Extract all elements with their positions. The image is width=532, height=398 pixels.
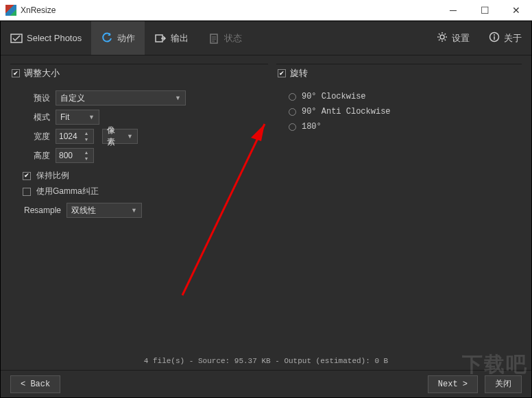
rotate-header-label: 旋转 [290,67,308,79]
keep-ratio-checkbox[interactable] [23,172,31,180]
next-button[interactable]: Next > [428,375,478,393]
radio-icon [289,93,296,101]
app-body: Select Photos 动作 输出 状态 设置 [0,21,532,398]
preset-select[interactable]: 自定义 ▼ [56,90,186,105]
rotate-panel: 旋转 90° Clockwise 90° Anti Clockwise 180° [276,64,522,344]
chevron-down-icon: ▼ [88,114,95,121]
width-value: 1024 [59,132,77,141]
close-window-button[interactable]: ✕ [500,0,532,21]
chevron-down-icon: ▼ [131,207,137,214]
height-row: 高度 800 ▲▼ [23,148,268,163]
resample-select[interactable]: 双线性 ▼ [66,203,142,218]
app-icon [5,5,16,16]
refresh-icon [101,32,113,45]
resize-checkbox[interactable] [12,69,20,77]
tab-actions[interactable]: 动作 [91,21,145,55]
svg-line-11 [439,34,440,35]
close-label: 关闭 [495,378,511,390]
tab-status[interactable]: 状态 [198,21,252,55]
status-text: 4 file(s) - Source: 95.37 KB - Output (e… [144,357,388,365]
export-icon [154,32,167,45]
resample-label: Resample [23,206,61,215]
gamma-checkbox[interactable] [23,188,31,196]
tab-bar: Select Photos 动作 输出 状态 设置 [1,21,531,55]
rotate-option-180[interactable]: 180° [289,122,522,132]
svg-point-16 [494,34,495,36]
resample-row: Resample 双线性 ▼ [23,203,268,218]
keep-ratio-label: 保持比例 [36,170,69,182]
tab-label: 输出 [171,32,189,45]
minimize-button[interactable]: ─ [437,0,469,21]
rotate-opt-label: 90° Anti Clockwise [302,107,391,116]
rotate-header[interactable]: 旋转 [276,64,522,86]
width-row: 宽度 1024 ▲▼ 像素 ▼ [23,129,268,144]
svg-point-6 [440,35,444,39]
back-label: < Back [21,380,50,389]
mode-select[interactable]: Fit ▼ [56,110,99,125]
unit-select[interactable]: 像素 ▼ [102,129,138,144]
preset-value: 自定义 [60,92,85,104]
preset-label: 预设 [23,92,50,104]
checkbox-photos-icon [10,32,23,45]
radio-icon [289,108,296,116]
rotate-opt-label: 180° [302,122,322,132]
tab-select-photos[interactable]: Select Photos [1,21,91,55]
clipboard-icon [208,32,220,45]
info-icon [489,32,500,45]
width-input[interactable]: 1024 ▲▼ [56,129,94,144]
maximize-button[interactable]: ☐ [469,0,500,21]
window-title: XnResize [21,5,437,15]
rotate-option-90acw[interactable]: 90° Anti Clockwise [289,107,522,116]
height-input[interactable]: 800 ▲▼ [56,148,94,163]
rotate-option-90cw[interactable]: 90° Clockwise [289,92,522,101]
width-label: 宽度 [23,131,50,142]
content-area: 调整大小 预设 自定义 ▼ 模式 Fit ▼ 宽度 1024 [1,55,531,352]
settings-label: 设置 [452,32,470,45]
gamma-label: 使用Gamma纠正 [36,186,99,197]
preset-row: 预设 自定义 ▼ [23,90,268,105]
gear-icon [437,32,448,45]
resample-value: 双线性 [71,205,96,216]
about-button[interactable]: 关于 [479,21,531,55]
svg-line-12 [445,40,446,41]
unit-value: 像素 [107,125,123,148]
svg-line-13 [439,40,440,41]
tab-label: Select Photos [27,33,82,43]
titlebar: XnResize ─ ☐ ✕ [0,0,532,21]
mode-row: 模式 Fit ▼ [23,110,268,125]
tab-label: 状态 [224,32,242,45]
chevron-down-icon: ▼ [127,133,133,140]
height-value: 800 [59,151,73,160]
resize-header[interactable]: 调整大小 [10,64,268,86]
about-label: 关于 [504,32,522,45]
next-label: Next > [438,380,468,389]
rotate-checkbox[interactable] [278,69,286,77]
keep-ratio-row: 保持比例 [23,170,268,182]
status-bar: 4 file(s) - Source: 95.37 KB - Output (e… [1,352,531,370]
tab-output[interactable]: 输出 [145,21,198,55]
resize-panel: 调整大小 预设 自定义 ▼ 模式 Fit ▼ 宽度 1024 [10,64,268,344]
back-button[interactable]: < Back [10,375,60,393]
bottom-bar: < Back Next > 关闭 [1,370,531,397]
mode-label: 模式 [23,112,50,123]
gamma-row: 使用Gamma纠正 [23,186,268,197]
spin-up[interactable]: ▲ [82,130,90,136]
spin-up[interactable]: ▲ [82,149,90,156]
tab-label: 动作 [117,32,135,45]
spin-down[interactable]: ▼ [82,156,90,162]
radio-icon [289,123,296,131]
chevron-down-icon: ▼ [175,95,181,101]
settings-button[interactable]: 设置 [427,21,479,55]
resize-header-label: 调整大小 [24,67,60,79]
spin-down[interactable]: ▼ [82,136,90,142]
rotate-opt-label: 90° Clockwise [302,92,366,101]
height-label: 高度 [23,150,50,162]
close-button[interactable]: 关闭 [485,375,522,393]
mode-value: Fit [60,112,69,122]
svg-line-14 [445,34,446,35]
